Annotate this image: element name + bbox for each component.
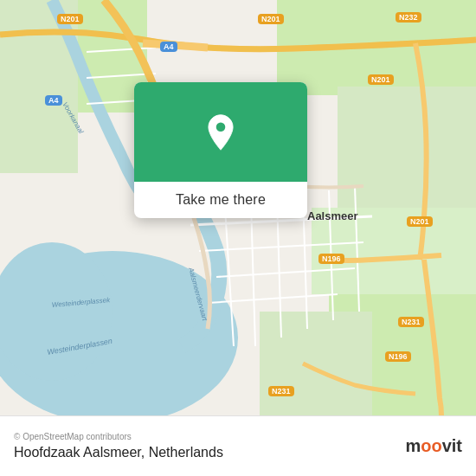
badge-n201-top-center: N201 bbox=[258, 14, 284, 24]
svg-line-13 bbox=[208, 294, 338, 303]
svg-rect-7 bbox=[260, 312, 372, 415]
svg-point-27 bbox=[216, 122, 226, 132]
badge-n232-right: N232 bbox=[396, 12, 421, 23]
moovit-logo: moovit bbox=[405, 436, 462, 456]
svg-text:Voorkanaal: Voorkanaal bbox=[61, 101, 85, 135]
bottom-bar: © OpenStreetMap contributors Hoofdzaak A… bbox=[0, 415, 476, 476]
location-pin-icon bbox=[202, 113, 240, 151]
popup-card: Take me there bbox=[134, 82, 307, 218]
bottom-left-info: © OpenStreetMap contributors Hoofdzaak A… bbox=[14, 432, 223, 460]
svg-rect-2 bbox=[0, 0, 78, 173]
svg-line-14 bbox=[225, 208, 234, 346]
svg-point-8 bbox=[0, 251, 238, 415]
popup-button-area[interactable]: Take me there bbox=[134, 182, 307, 218]
svg-text:Westeinderplassen: Westeinderplassen bbox=[47, 337, 113, 357]
svg-line-12 bbox=[216, 268, 355, 277]
svg-line-19 bbox=[355, 186, 359, 312]
badge-a4-top: A4 bbox=[160, 42, 177, 52]
svg-line-20 bbox=[87, 48, 156, 52]
badge-n231-bottom: N231 bbox=[268, 386, 294, 396]
svg-rect-6 bbox=[329, 294, 476, 415]
svg-rect-1 bbox=[0, 0, 147, 113]
svg-text:Aalsmeerdervaart: Aalsmeerdervaart bbox=[187, 266, 209, 322]
popup-green-header bbox=[134, 82, 307, 182]
svg-text:Westeinderplassek: Westeinderplassek bbox=[51, 296, 111, 309]
svg-line-11 bbox=[199, 242, 363, 251]
location-name: Hoofdzaak Aalsmeer, Netherlands bbox=[14, 445, 223, 460]
moovit-logo-text: moovit bbox=[405, 436, 462, 456]
svg-point-9 bbox=[0, 242, 113, 381]
badge-n201-right2: N201 bbox=[407, 216, 433, 227]
svg-rect-4 bbox=[338, 87, 476, 216]
svg-line-15 bbox=[251, 203, 255, 346]
city-label-aalsmeer: Aalsmeer bbox=[307, 209, 358, 222]
svg-line-16 bbox=[277, 199, 281, 338]
svg-rect-3 bbox=[277, 0, 476, 95]
badge-n201-top-left: N201 bbox=[57, 14, 83, 24]
svg-line-21 bbox=[87, 74, 156, 78]
badge-n196-bottom: N196 bbox=[385, 351, 411, 362]
map-container: Westeinderplassen Voorkanaal Aalsmeerder… bbox=[0, 0, 476, 415]
take-me-there-button[interactable]: Take me there bbox=[176, 192, 266, 208]
badge-n201-right1: N201 bbox=[368, 74, 394, 85]
badge-n231-right: N231 bbox=[398, 317, 424, 327]
badge-n196-right: N196 bbox=[318, 254, 344, 264]
osm-credit: © OpenStreetMap contributors bbox=[14, 432, 223, 441]
badge-a4-left: A4 bbox=[45, 95, 62, 106]
